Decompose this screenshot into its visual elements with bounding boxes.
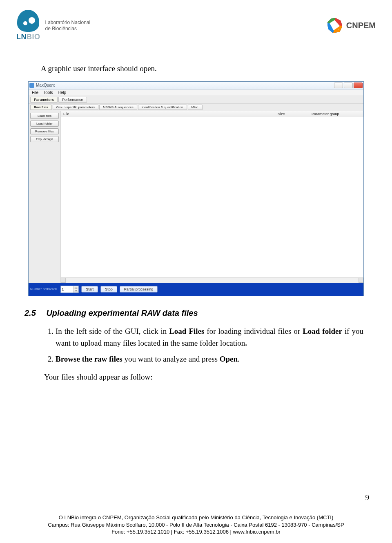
step2-text-mid: you want to analyze and press [122,355,220,363]
subtab-misc[interactable]: Misc. [188,105,203,110]
window-controls [334,83,363,88]
subtab-raw-files[interactable]: Raw files [30,105,52,110]
col-size[interactable]: Size [275,111,309,117]
maximize-button[interactable] [344,83,353,88]
menu-tools[interactable]: Tools [43,90,53,95]
instruction-step-1: In the left side of the GUI, click in Lo… [56,325,363,349]
grid-header: File Size Parameter group [61,111,363,117]
footer-line-1: O LNBio integra o CNPEM, Organização Soc… [8,514,384,521]
lnbio-wordmark: LNBIO [16,33,40,41]
partial-processing-button[interactable]: Partial processing [120,286,158,293]
window-title: MaxQuant [36,83,334,87]
cnpem-wordmark: CNPEM [346,21,376,30]
instruction-list: In the left side of the GUI, click in Lo… [45,325,363,365]
step2-bold-browse: Browse the raw files [56,355,122,363]
step1-bold-loadfolder: Load folder [303,327,342,335]
tab-parameters[interactable]: Parameters [30,97,58,103]
lnbio-label: Laboratório Nacional de Biociências [45,20,91,31]
tab-performance[interactable]: Performance [58,97,87,103]
svg-marker-3 [328,23,333,32]
svg-marker-4 [328,19,335,23]
step1-bold-loadfiles: Load Files [169,327,204,335]
section-title: Uploading experimental RAW data files [46,308,198,317]
file-grid: File Size Parameter group [61,111,363,283]
menu-bar: File Tools Help [29,89,363,96]
svg-marker-1 [335,19,341,26]
body-content: A graphic user interface should open. [41,63,359,75]
step2-text-post: . [238,355,240,363]
spin-up-icon[interactable]: ▲ [73,286,78,289]
spin-down-icon[interactable]: ▼ [73,289,78,293]
threads-spinner[interactable]: ▲ ▼ [60,286,79,293]
main-tab-bar: Parameters Performance [29,96,363,104]
stop-button[interactable]: Stop [100,286,117,293]
lnbio-label-line1: Laboratório Nacional [45,20,91,25]
grid-body-empty [61,117,363,277]
lnbio-logo: LNBIO Laboratório Nacional de Biociência… [16,10,90,41]
step1-text-mid: for loading individual files or [204,327,303,335]
horizontal-scrollbar[interactable] [61,277,363,283]
subtab-group-params[interactable]: Group-specific parameters [53,105,98,110]
start-button[interactable]: Start [81,286,98,293]
subtab-ident-quant[interactable]: Identification & quantification [138,105,187,110]
threads-input[interactable] [61,287,73,291]
cnpem-logo: CNPEM [327,18,376,33]
lnbio-suffix: BIO [27,33,40,41]
minimize-button[interactable] [334,83,343,88]
screenshot-main-area: Load files Load folder Remove files Exp.… [29,111,363,283]
load-folder-button[interactable]: Load folder [30,121,59,127]
step1-text-pre: In the left side of the GUI, click in [56,327,169,335]
spinner-buttons: ▲ ▼ [73,286,78,293]
section-heading: 2.5 Uploading experimental RAW data file… [24,308,368,318]
follow-text: Your files should appear as follow: [44,373,376,382]
document-page: LNBIO Laboratório Nacional de Biociência… [0,0,392,543]
exp-design-button[interactable]: Exp. design [30,136,59,142]
lnbio-mark-icon: LNBIO [16,10,40,41]
maxquant-screenshot: MaxQuant File Tools Help Parameters Perf… [28,81,364,296]
left-button-panel: Load files Load folder Remove files Exp.… [29,111,61,283]
step2-bold-open: Open [220,355,238,363]
instruction-step-2: Browse the raw files you want to analyze… [56,353,363,365]
sub-tab-bar: Raw files Group-specific parameters MS/M… [29,104,363,111]
page-footer: O LNBio integra o CNPEM, Organização Soc… [0,514,392,536]
col-file[interactable]: File [61,111,275,117]
intro-text: A graphic user interface should open. [41,63,359,75]
load-files-button[interactable]: Load files [30,113,59,119]
col-parameter-group[interactable]: Parameter group [309,111,363,117]
svg-marker-2 [333,26,341,32]
window-titlebar: MaxQuant [29,82,363,89]
page-header: LNBIO Laboratório Nacional de Biociência… [16,10,376,47]
bottom-action-bar: Number of threads ▲ ▼ Start Stop Partial… [29,283,363,296]
app-icon [29,83,34,88]
footer-line-2: Campus: Rua Giuseppe Máximo Scolfaro, 10… [8,521,384,529]
footer-line-3: Fone: +55.19.3512.1010 | Fax: +55.19.351… [8,528,384,536]
section-number: 2.5 [24,308,36,317]
menu-help[interactable]: Help [58,90,66,95]
subtab-msms[interactable]: MS/MS & sequences [99,105,137,110]
remove-files-button[interactable]: Remove files [30,128,59,134]
close-button[interactable] [354,83,363,88]
lnbio-label-line2: de Biociências [45,26,91,31]
cnpem-mark-icon [327,18,342,33]
step1-dot: . [245,339,247,347]
page-number: 9 [365,493,370,502]
lnbio-blob-icon [17,10,39,32]
lnbio-prefix: LN [16,33,27,41]
menu-file[interactable]: File [32,90,38,95]
threads-label: Number of threads [30,287,57,291]
